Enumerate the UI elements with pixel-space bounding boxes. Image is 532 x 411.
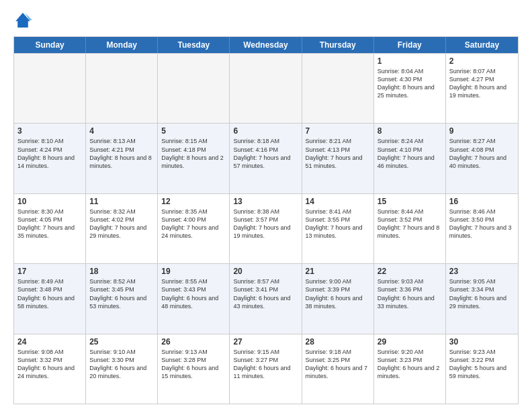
day-number: 20 [233,267,298,276]
calendar-cell: 15Sunrise: 8:44 AM Sunset: 3:52 PM Dayli… [374,194,446,263]
calendar-cell: 27Sunrise: 9:15 AM Sunset: 3:27 PM Dayli… [230,334,302,404]
calendar-cell: 21Sunrise: 9:00 AM Sunset: 3:39 PM Dayli… [302,264,374,333]
day-number: 4 [89,126,154,136]
day-number: 27 [233,337,298,347]
day-info: Sunrise: 8:24 AM Sunset: 4:10 PM Dayligh… [378,137,442,170]
day-number: 10 [17,197,82,206]
day-number: 3 [17,126,82,136]
logo [13,11,35,30]
day-info: Sunrise: 8:04 AM Sunset: 4:30 PM Dayligh… [378,67,442,100]
day-info: Sunrise: 8:21 AM Sunset: 4:13 PM Dayligh… [306,137,370,170]
calendar-cell: 13Sunrise: 8:38 AM Sunset: 3:57 PM Dayli… [230,194,302,263]
day-info: Sunrise: 8:55 AM Sunset: 3:43 PM Dayligh… [161,277,226,310]
day-info: Sunrise: 8:49 AM Sunset: 3:48 PM Dayligh… [17,277,82,310]
day-info: Sunrise: 9:10 AM Sunset: 3:30 PM Dayligh… [89,348,154,381]
day-number: 26 [161,337,226,347]
calendar-cell: 20Sunrise: 8:57 AM Sunset: 3:41 PM Dayli… [230,264,302,333]
day-info: Sunrise: 9:23 AM Sunset: 3:22 PM Dayligh… [449,348,515,381]
logo-icon [13,11,32,30]
day-info: Sunrise: 8:41 AM Sunset: 3:55 PM Dayligh… [306,208,370,240]
day-number: 2 [449,56,515,66]
day-number: 25 [89,337,154,347]
calendar: SundayMondayTuesdayWednesdayThursdayFrid… [13,36,519,404]
day-info: Sunrise: 8:10 AM Sunset: 4:24 PM Dayligh… [17,137,82,170]
day-number: 17 [17,267,82,276]
day-number: 7 [306,126,370,136]
day-number: 9 [449,126,515,136]
calendar-cell: 18Sunrise: 8:52 AM Sunset: 3:45 PM Dayli… [86,264,158,333]
day-info: Sunrise: 8:27 AM Sunset: 4:08 PM Dayligh… [449,137,515,170]
day-info: Sunrise: 8:52 AM Sunset: 3:45 PM Dayligh… [89,277,154,310]
day-number: 19 [161,267,226,276]
day-number: 12 [161,197,226,206]
calendar-cell: 24Sunrise: 9:08 AM Sunset: 3:32 PM Dayli… [14,334,86,404]
calendar-cell: 5Sunrise: 8:15 AM Sunset: 4:18 PM Daylig… [158,124,230,193]
calendar-cell: 12Sunrise: 8:35 AM Sunset: 4:00 PM Dayli… [158,194,230,263]
day-number: 22 [378,267,442,276]
calendar-row: 1Sunrise: 8:04 AM Sunset: 4:30 PM Daylig… [14,53,518,123]
svg-marker-0 [15,13,30,28]
weekday-header: Friday [374,37,446,53]
calendar-cell: 6Sunrise: 8:18 AM Sunset: 4:16 PM Daylig… [230,124,302,193]
day-number: 6 [233,126,298,136]
calendar-cell: 3Sunrise: 8:10 AM Sunset: 4:24 PM Daylig… [14,124,86,193]
day-number: 24 [17,337,82,347]
weekday-header: Tuesday [158,37,230,53]
calendar-cell: 22Sunrise: 9:03 AM Sunset: 3:36 PM Dayli… [374,264,446,333]
calendar-cell: 23Sunrise: 9:05 AM Sunset: 3:34 PM Dayli… [446,264,518,333]
day-number: 29 [378,337,442,347]
calendar-cell [86,54,158,123]
day-info: Sunrise: 9:08 AM Sunset: 3:32 PM Dayligh… [17,348,82,381]
day-info: Sunrise: 8:35 AM Sunset: 4:00 PM Dayligh… [161,208,226,240]
calendar-cell: 29Sunrise: 9:20 AM Sunset: 3:23 PM Dayli… [374,334,446,404]
calendar-cell [302,54,374,123]
calendar-cell: 8Sunrise: 8:24 AM Sunset: 4:10 PM Daylig… [374,124,446,193]
day-info: Sunrise: 8:15 AM Sunset: 4:18 PM Dayligh… [161,137,226,170]
calendar-row: 3Sunrise: 8:10 AM Sunset: 4:24 PM Daylig… [14,123,518,193]
day-info: Sunrise: 8:07 AM Sunset: 4:27 PM Dayligh… [449,67,515,100]
calendar-cell: 1Sunrise: 8:04 AM Sunset: 4:30 PM Daylig… [374,54,446,123]
calendar-cell: 28Sunrise: 9:18 AM Sunset: 3:25 PM Dayli… [302,334,374,404]
day-number: 30 [449,337,515,347]
calendar-cell [158,54,230,123]
calendar-cell: 9Sunrise: 8:27 AM Sunset: 4:08 PM Daylig… [446,124,518,193]
day-number: 16 [449,197,515,206]
calendar-cell: 10Sunrise: 8:30 AM Sunset: 4:05 PM Dayli… [14,194,86,263]
calendar-cell: 17Sunrise: 8:49 AM Sunset: 3:48 PM Dayli… [14,264,86,333]
day-info: Sunrise: 9:00 AM Sunset: 3:39 PM Dayligh… [306,277,370,310]
day-info: Sunrise: 8:38 AM Sunset: 3:57 PM Dayligh… [233,208,298,240]
calendar-row: 10Sunrise: 8:30 AM Sunset: 4:05 PM Dayli… [14,193,518,263]
day-info: Sunrise: 8:18 AM Sunset: 4:16 PM Dayligh… [233,137,298,170]
calendar-cell: 11Sunrise: 8:32 AM Sunset: 4:02 PM Dayli… [86,194,158,263]
weekday-header: Wednesday [230,37,302,53]
day-number: 15 [378,197,442,206]
weekday-header: Saturday [446,37,518,53]
day-info: Sunrise: 9:13 AM Sunset: 3:28 PM Dayligh… [161,348,226,381]
day-info: Sunrise: 8:57 AM Sunset: 3:41 PM Dayligh… [233,277,298,310]
weekday-header: Monday [86,37,158,53]
day-info: Sunrise: 8:13 AM Sunset: 4:21 PM Dayligh… [89,137,154,170]
calendar-cell: 25Sunrise: 9:10 AM Sunset: 3:30 PM Dayli… [86,334,158,404]
page-header [13,11,519,30]
calendar-cell [230,54,302,123]
day-info: Sunrise: 9:18 AM Sunset: 3:25 PM Dayligh… [306,348,370,381]
calendar-cell: 2Sunrise: 8:07 AM Sunset: 4:27 PM Daylig… [446,54,518,123]
calendar-row: 17Sunrise: 8:49 AM Sunset: 3:48 PM Dayli… [14,263,518,333]
day-info: Sunrise: 9:15 AM Sunset: 3:27 PM Dayligh… [233,348,298,381]
day-number: 13 [233,197,298,206]
day-info: Sunrise: 9:20 AM Sunset: 3:23 PM Dayligh… [378,348,442,381]
calendar-cell: 26Sunrise: 9:13 AM Sunset: 3:28 PM Dayli… [158,334,230,404]
day-number: 23 [449,267,515,276]
calendar-cell: 7Sunrise: 8:21 AM Sunset: 4:13 PM Daylig… [302,124,374,193]
day-info: Sunrise: 9:03 AM Sunset: 3:36 PM Dayligh… [378,277,442,310]
day-number: 1 [378,56,442,66]
calendar-cell: 4Sunrise: 8:13 AM Sunset: 4:21 PM Daylig… [86,124,158,193]
calendar-cell [14,54,86,123]
day-number: 28 [306,337,370,347]
day-number: 14 [306,197,370,206]
calendar-header: SundayMondayTuesdayWednesdayThursdayFrid… [14,37,518,53]
calendar-cell: 16Sunrise: 8:46 AM Sunset: 3:50 PM Dayli… [446,194,518,263]
day-info: Sunrise: 8:44 AM Sunset: 3:52 PM Dayligh… [378,208,442,240]
day-number: 21 [306,267,370,276]
calendar-body: 1Sunrise: 8:04 AM Sunset: 4:30 PM Daylig… [14,53,518,404]
